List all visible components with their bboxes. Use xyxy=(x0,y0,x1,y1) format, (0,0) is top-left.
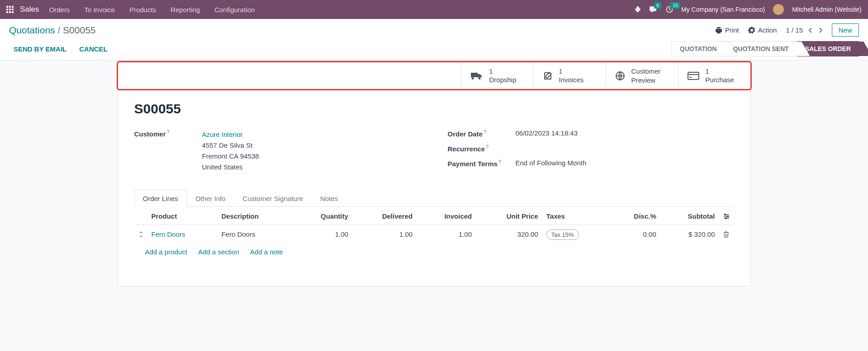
statusbar: QUOTATION QUOTATION SENT SALES ORDER xyxy=(671,41,859,56)
svg-rect-7 xyxy=(9,11,11,13)
chat-badge: 6 xyxy=(654,2,661,9)
tab-other-info[interactable]: Other Info xyxy=(187,190,234,207)
nav-menu-orders[interactable]: Orders xyxy=(49,6,70,14)
stat-purchase[interactable]: 1 Purchase xyxy=(678,62,750,89)
svg-point-12 xyxy=(724,214,726,215)
nav-menu-reporting[interactable]: Reporting xyxy=(171,6,200,14)
stat-preview-l1: Customer xyxy=(631,67,661,76)
bug-icon[interactable] xyxy=(634,6,641,13)
stat-dropship[interactable]: 1 Dropship xyxy=(461,62,533,89)
th-disc[interactable]: Disc.% xyxy=(610,208,660,225)
tax-badge[interactable]: Tax 15% xyxy=(546,229,579,240)
th-invoiced[interactable]: Invoiced xyxy=(417,208,475,225)
order-date-value: 06/02/2023 14:18:43 xyxy=(516,129,578,137)
payment-terms-value[interactable]: End of Following Month xyxy=(516,159,587,167)
recurrence-label: Recurrence? xyxy=(448,144,516,153)
tab-customer-signature[interactable]: Customer Signature xyxy=(234,190,312,207)
pager-text[interactable]: 1 / 15 xyxy=(786,26,803,34)
address-line1: 4557 De Silva St xyxy=(202,140,259,151)
product-link[interactable]: Fero Doors xyxy=(152,230,185,238)
th-product[interactable]: Product xyxy=(148,208,217,225)
customer-label: Customer? xyxy=(134,129,202,138)
chat-icon[interactable]: 6 xyxy=(650,6,658,13)
pencil-square-icon xyxy=(543,71,553,81)
cell-description[interactable]: Fero Doors xyxy=(218,226,292,243)
cell-unit-price[interactable]: 320.00 xyxy=(476,226,541,243)
th-quantity[interactable]: Quantity xyxy=(294,208,352,225)
svg-rect-3 xyxy=(6,9,8,10)
tab-order-lines[interactable]: Order Lines xyxy=(134,190,187,207)
pager-next[interactable] xyxy=(818,27,823,33)
gear-icon xyxy=(748,27,755,34)
breadcrumb-parent[interactable]: Quotations xyxy=(9,25,55,35)
table-row[interactable]: Fero Doors Fero Doors 1.00 1.00 1.00 320… xyxy=(135,226,733,243)
nav-brand[interactable]: Sales xyxy=(20,5,39,14)
help-icon[interactable]: ? xyxy=(167,129,170,135)
cancel-button[interactable]: CANCEL xyxy=(79,45,108,53)
cell-quantity[interactable]: 1.00 xyxy=(294,226,352,243)
credit-card-icon xyxy=(688,72,699,80)
stat-preview[interactable]: Customer Preview xyxy=(606,62,678,89)
pager-prev[interactable] xyxy=(808,27,813,33)
action-button[interactable]: Action xyxy=(748,26,777,34)
add-product-link[interactable]: Add a product xyxy=(145,248,187,256)
stat-invoices-count: 1 xyxy=(559,67,584,75)
svg-rect-6 xyxy=(6,11,8,13)
breadcrumb: Quotations / S00055 xyxy=(9,25,96,36)
th-options[interactable] xyxy=(720,208,733,225)
svg-rect-8 xyxy=(12,11,14,13)
cell-disc[interactable]: 0.00 xyxy=(610,226,660,243)
breadcrumb-current: S00055 xyxy=(63,25,95,35)
th-description[interactable]: Description xyxy=(218,208,292,225)
svg-point-13 xyxy=(727,215,728,217)
svg-point-14 xyxy=(725,217,726,219)
record-title: S00055 xyxy=(134,101,734,117)
add-note-link[interactable]: Add a note xyxy=(250,248,283,256)
cell-delivered[interactable]: 1.00 xyxy=(353,226,416,243)
svg-rect-11 xyxy=(688,72,699,80)
th-taxes[interactable]: Taxes xyxy=(543,208,610,225)
apps-icon[interactable] xyxy=(6,6,14,13)
order-date-label: Order Date? xyxy=(448,129,516,138)
help-icon[interactable]: ? xyxy=(498,159,501,164)
cell-subtotal: $ 320.00 xyxy=(661,226,719,243)
stat-purchase-label: Purchase xyxy=(706,75,734,84)
tab-notes[interactable]: Notes xyxy=(312,190,346,207)
user-menu[interactable]: Mitchell Admin (Website) xyxy=(792,6,862,13)
cell-invoiced[interactable]: 1.00 xyxy=(417,226,475,243)
customer-link[interactable]: Azure Interior xyxy=(202,131,243,138)
nav-menu-products[interactable]: Products xyxy=(129,6,156,14)
svg-rect-4 xyxy=(9,9,11,10)
address-line3: United States xyxy=(202,162,259,173)
nav-menu-configuration[interactable]: Configuration xyxy=(214,6,255,14)
add-section-link[interactable]: Add a section xyxy=(198,248,239,256)
activity-badge: 35 xyxy=(670,2,680,9)
new-button[interactable]: New xyxy=(832,23,859,37)
svg-rect-2 xyxy=(12,6,14,8)
svg-rect-5 xyxy=(12,9,14,10)
clock-icon[interactable]: 35 xyxy=(666,6,673,13)
avatar[interactable] xyxy=(773,4,784,15)
th-delivered[interactable]: Delivered xyxy=(353,208,416,225)
stat-purchase-count: 1 xyxy=(706,67,734,75)
th-subtotal[interactable]: Subtotal xyxy=(661,208,719,225)
sliders-icon xyxy=(723,213,730,220)
th-unit-price[interactable]: Unit Price xyxy=(476,208,541,225)
nav-menu-to-invoice[interactable]: To Invoice xyxy=(84,6,115,14)
help-icon[interactable]: ? xyxy=(484,129,486,135)
stat-invoices[interactable]: 1 Invoices xyxy=(533,62,606,89)
status-quotation[interactable]: QUOTATION xyxy=(671,41,725,56)
svg-rect-1 xyxy=(9,6,11,8)
company-switcher[interactable]: My Company (San Francisco) xyxy=(681,6,765,13)
payment-terms-label: Payment Terms? xyxy=(448,159,516,168)
control-panel: Quotations / S00055 Print Action 1 / 15 xyxy=(0,19,868,61)
truck-icon xyxy=(470,71,483,80)
nav-right: 6 35 My Company (San Francisco) Mitchell… xyxy=(634,4,862,15)
print-icon xyxy=(715,27,722,34)
delete-row[interactable] xyxy=(720,226,733,243)
drag-handle[interactable] xyxy=(135,226,147,243)
help-icon[interactable]: ? xyxy=(486,144,489,150)
send-by-email-button[interactable]: SEND BY EMAIL xyxy=(14,45,66,53)
print-button[interactable]: Print xyxy=(715,26,739,34)
nav-menu: Orders To Invoice Products Reporting Con… xyxy=(49,6,635,14)
